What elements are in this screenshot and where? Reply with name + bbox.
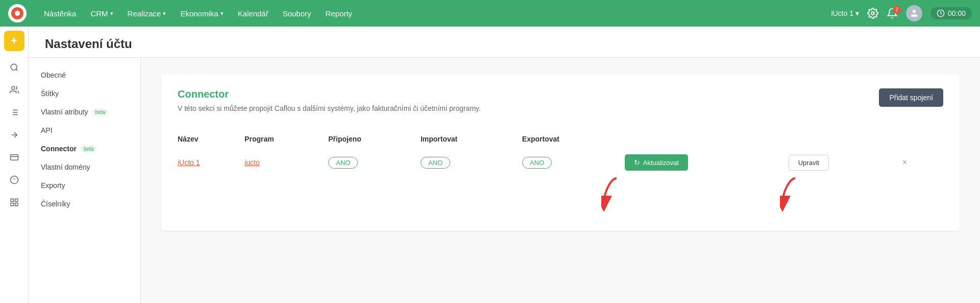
page-title: Nastavení účtu <box>45 37 964 51</box>
arrows-container <box>178 176 943 217</box>
col-header-importovat: Importovat <box>421 131 522 149</box>
svg-point-1 <box>913 10 916 13</box>
notification-badge: 7 <box>893 6 901 14</box>
avatar[interactable] <box>906 5 922 21</box>
svg-rect-18 <box>11 199 13 201</box>
nav-soubory[interactable]: Soubory <box>276 0 318 27</box>
upravit-button[interactable]: Upravit <box>789 155 829 171</box>
settings-nav-ciselniky[interactable]: Číselníky <box>29 195 140 213</box>
connector-table: Název Program Připojeno Importovat Expor… <box>178 131 943 176</box>
svg-line-4 <box>16 69 17 71</box>
settings-sidebar: Obecné Štítky Vlastní atributy beta API … <box>29 58 141 303</box>
main-panel: Connector V této sekci si můžete propoji… <box>141 58 980 303</box>
cell-upravit: Upravit <box>789 149 898 176</box>
col-header-pripojeno: Připojeno <box>328 131 421 149</box>
svg-rect-21 <box>15 203 17 206</box>
table-header-row: Název Program Připojeno Importovat Expor… <box>178 131 943 149</box>
arrow-aktualizovat <box>601 176 632 214</box>
chevron-down-icon: ▾ <box>220 10 224 17</box>
info-button[interactable] <box>4 170 24 190</box>
beta-badge: beta <box>81 146 96 152</box>
search-button[interactable] <box>4 57 24 78</box>
col-header-nazev: Název <box>178 131 244 149</box>
settings-nav-vlastni-atributy[interactable]: Vlastní atributy beta <box>29 103 140 121</box>
chevron-down-icon: ▾ <box>163 10 166 17</box>
nav-reporty[interactable]: Reporty <box>318 0 360 27</box>
pridat-spojeni-button[interactable]: Přidat spojení <box>879 88 943 107</box>
credit-button[interactable] <box>4 147 24 168</box>
beta-badge: beta <box>92 109 108 115</box>
col-header-actions <box>625 131 789 149</box>
topnav-right: iUcto 1 ▾ 7 00:00 <box>831 5 972 21</box>
col-header-close <box>898 131 943 149</box>
users-button[interactable] <box>4 80 24 100</box>
card-header: Connector V této sekci si můžete propoji… <box>178 88 943 125</box>
settings-icon[interactable] <box>867 8 878 19</box>
connector-card: Connector V této sekci si můžete propoji… <box>161 74 960 231</box>
cell-exportovat: ANO <box>522 149 625 176</box>
card-header-left: Connector V této sekci si můžete propoji… <box>178 88 481 125</box>
page-header: Nastavení účtu <box>29 27 980 58</box>
page-content: Nastavení účtu Obecné Štítky Vlastní atr… <box>29 27 980 303</box>
settings-nav-obecne[interactable]: Obecné <box>29 66 140 84</box>
nav-kalendar[interactable]: Kalendář <box>231 0 276 27</box>
cell-pripojeno: ANO <box>328 149 421 176</box>
main-wrapper: + <box>0 27 980 303</box>
logo[interactable] <box>8 4 27 22</box>
svg-point-3 <box>11 64 17 70</box>
settings-nav-connector[interactable]: Connector beta <box>29 139 140 158</box>
svg-rect-19 <box>15 199 17 201</box>
table-row: iUcto 1 iucto ANO ANO <box>178 149 943 176</box>
nav-realizace[interactable]: Realizace ▾ <box>120 0 174 27</box>
svg-point-5 <box>11 86 14 89</box>
col-header-edit <box>789 131 898 149</box>
cell-program: iucto <box>244 149 328 176</box>
cell-nazev: iUcto 1 <box>178 149 244 176</box>
page-body: Obecné Štítky Vlastní atributy beta API … <box>29 58 980 303</box>
col-header-program: Program <box>244 131 328 149</box>
refresh-icon: ↻ <box>634 158 640 167</box>
section-description: V této sekci si můžete propojit Caflou s… <box>178 104 481 112</box>
cell-aktualizovat: ↻ Aktualizovat <box>625 149 789 176</box>
notifications-icon[interactable]: 7 <box>887 8 898 19</box>
topnav: Nástěnka CRM ▾ Realizace ▾ Ekonomika ▾ K… <box>0 0 980 27</box>
section-title: Connector <box>178 88 481 100</box>
close-icon[interactable]: × <box>898 156 911 169</box>
settings-nav-api[interactable]: API <box>29 121 140 139</box>
timer[interactable]: 00:00 <box>930 7 972 19</box>
chevron-down-icon: ▾ <box>855 9 859 17</box>
settings-nav-vlastni-domeny[interactable]: Vlastní domény <box>29 158 140 176</box>
settings-nav-exporty[interactable]: Exporty <box>29 176 140 195</box>
arrow-upravit <box>780 176 811 214</box>
chevron-down-icon: ▾ <box>110 10 113 17</box>
nav-nastenkta[interactable]: Nástěnka <box>37 0 83 27</box>
svg-point-0 <box>871 12 874 15</box>
cell-importovat: ANO <box>421 149 522 176</box>
aktualizovat-button[interactable]: ↻ Aktualizovat <box>625 154 688 171</box>
settings-nav-stitky[interactable]: Štítky <box>29 84 140 103</box>
arrow-button[interactable] <box>4 125 24 145</box>
svg-rect-13 <box>10 155 18 160</box>
add-button[interactable]: + <box>4 31 24 51</box>
grid-button[interactable] <box>4 192 24 213</box>
nav-ekonomika[interactable]: Ekonomika ▾ <box>173 0 230 27</box>
nav-crm[interactable]: CRM ▾ <box>83 0 120 27</box>
icon-sidebar: + <box>0 27 29 303</box>
list-button[interactable] <box>4 102 24 123</box>
user-label[interactable]: iUcto 1 ▾ <box>831 9 859 17</box>
col-header-exportovat: Exportovat <box>522 131 625 149</box>
svg-rect-20 <box>11 203 13 206</box>
cell-close: × <box>898 149 943 176</box>
